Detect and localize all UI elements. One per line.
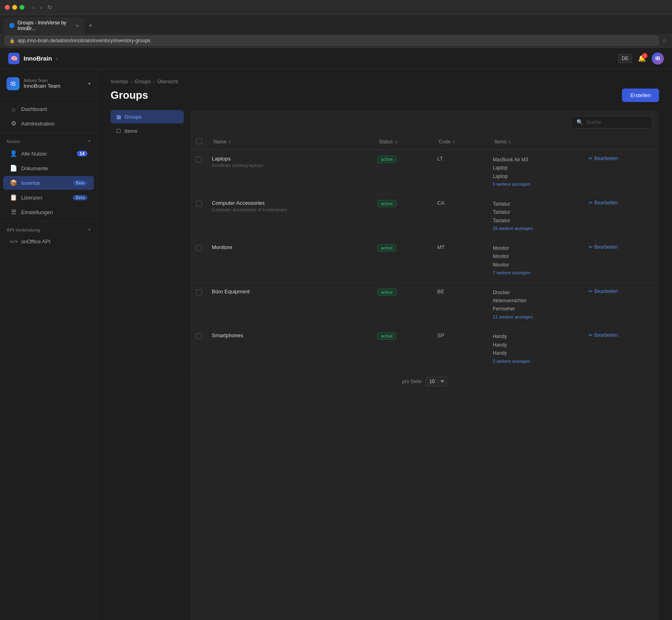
- item-entry: Laptop: [493, 172, 581, 180]
- breadcrumb-groups[interactable]: Groups: [135, 79, 150, 85]
- user-avatar[interactable]: IB: [652, 52, 664, 65]
- row-name-4: Smartphones: [212, 332, 369, 338]
- cell-actions-3: ✏ Bearbeiten: [585, 282, 659, 327]
- new-tab-button[interactable]: +: [86, 22, 95, 29]
- tab-close-button[interactable]: ✕: [76, 24, 79, 28]
- status-badge-2: active: [377, 244, 396, 251]
- edit-button-2[interactable]: ✏ Bearbeiten: [589, 244, 618, 250]
- item-entry: Tastatur: [493, 200, 581, 208]
- cell-name-3: Büro Equipment: [208, 282, 373, 327]
- cell-name-4: Smartphones: [208, 327, 373, 371]
- bookmark-button[interactable]: ☆: [662, 37, 667, 44]
- status-col-label[interactable]: Status ⇅: [379, 139, 427, 145]
- content-columns: ▦ Groups ☐ Items 🔍: [111, 110, 659, 620]
- page-header: Groups Erstellen: [111, 89, 659, 102]
- sidebar-item-dokumente[interactable]: 📄 Dokumente: [3, 161, 94, 175]
- edit-label-4: Bearbeiten: [594, 332, 618, 338]
- top-bar-right: DE 🔔 0 IB: [618, 52, 664, 65]
- item-entry: Laptop: [493, 164, 581, 172]
- item-entry: Fernseher: [493, 305, 581, 313]
- sidebar-item-inventar[interactable]: 📦 Inventar Beta: [3, 176, 94, 190]
- cell-status-2: active: [373, 238, 433, 282]
- items-col-text: Items: [494, 139, 506, 145]
- edit-button-4[interactable]: ✏ Bearbeiten: [589, 332, 618, 338]
- active-tab[interactable]: 🔵 Groups - InnoVerse by InnoBr... ✕: [3, 17, 85, 34]
- row-desc-0: InnoBrain working laptops: [212, 163, 369, 168]
- panel-search-area: 🔍: [190, 110, 659, 134]
- edit-icon-4: ✏: [589, 332, 593, 338]
- edit-button-1[interactable]: ✏ Bearbeiten: [589, 200, 618, 206]
- create-button[interactable]: Erstellen: [622, 89, 659, 102]
- sidebar: IB Aktives Team InnoBrain Team ▾ ⌂ Dashb…: [0, 69, 98, 620]
- edit-icon-1: ✏: [589, 200, 593, 206]
- url-text: app.inno-brain.de/admin/innobrain/invent…: [17, 38, 150, 43]
- code-val-1: CA: [437, 200, 444, 206]
- sidebar-item-dashboard[interactable]: ⌂ Dashboard: [3, 102, 94, 116]
- sidebar-item-lizenzen[interactable]: 📋 Lizenzen Beta: [3, 191, 94, 204]
- items-more-link-1[interactable]: 25 weitere anzeigen: [493, 225, 581, 232]
- fullscreen-traffic-light[interactable]: [20, 5, 24, 10]
- back-button[interactable]: ‹: [31, 3, 36, 11]
- cell-actions-4: ✏ Bearbeiten: [585, 327, 659, 371]
- row-checkbox-2[interactable]: [196, 245, 202, 251]
- left-nav-items[interactable]: ☐ Items: [111, 124, 184, 138]
- items-list-0: MacBook Air M3LaptopLaptop 5 weitere anz…: [493, 156, 581, 188]
- notifications-button[interactable]: 🔔 0: [638, 54, 646, 62]
- row-checkbox-3[interactable]: [196, 289, 202, 295]
- items-list-3: DruckerAktenvernichterFernseher 11 weite…: [493, 288, 581, 321]
- select-all-checkbox[interactable]: [196, 138, 202, 144]
- items-col-label[interactable]: Items ⇅: [494, 139, 579, 145]
- item-entry: Handy: [493, 332, 581, 340]
- language-selector[interactable]: DE: [618, 54, 632, 63]
- sidebar-item-administration[interactable]: ⚙ Administration: [3, 117, 94, 130]
- table-header: Name ⇅ Status ⇅: [190, 134, 659, 150]
- cell-status-4: active: [373, 327, 433, 371]
- sidebar-item-alle-nutzer[interactable]: 👤 Alle Nutzer 14: [3, 147, 94, 160]
- sidebar-item-einstellungen[interactable]: ☰ Einstellungen: [3, 205, 94, 219]
- cell-code-2: MT: [433, 238, 489, 282]
- edit-button-0[interactable]: ✏ Bearbeiten: [589, 156, 618, 161]
- collapse-sidebar-button[interactable]: ‹: [56, 55, 58, 62]
- close-traffic-light[interactable]: [5, 5, 10, 10]
- edit-button-3[interactable]: ✏ Bearbeiten: [589, 288, 618, 294]
- item-entry: MacBook Air M3: [493, 156, 581, 164]
- left-nav-groups[interactable]: ▦ Groups: [111, 110, 184, 124]
- breadcrumb-uebersicht[interactable]: Übersicht: [157, 79, 178, 85]
- logo-area: 🧠 InnoBrain ‹: [8, 53, 58, 64]
- administration-label: Administration: [21, 121, 87, 127]
- refresh-button[interactable]: ↻: [46, 3, 54, 11]
- cell-actions-2: ✏ Bearbeiten: [585, 238, 659, 282]
- search-input[interactable]: [586, 119, 655, 125]
- per-page-select[interactable]: 10 25 50 100: [426, 377, 447, 386]
- sidebar-item-onoffice-api[interactable]: </> onOffice API: [3, 235, 94, 248]
- logo-text: InnoBrain: [24, 55, 52, 62]
- cell-name-1: Computer Accessories Computer accessorie…: [208, 194, 373, 238]
- item-entry: Tastatur: [493, 208, 581, 216]
- items-more-link-4[interactable]: 2 weitere anzeigen: [493, 358, 581, 365]
- items-more-link-2[interactable]: 7 weitere anzeigen: [493, 269, 581, 277]
- cell-actions-0: ✏ Bearbeiten: [585, 150, 659, 194]
- items-more-link-0[interactable]: 5 weitere anzeigen: [493, 180, 581, 188]
- breadcrumb-inventar[interactable]: Inventar: [111, 79, 128, 85]
- minimize-traffic-light[interactable]: [12, 5, 17, 10]
- status-col-text: Status: [379, 139, 393, 145]
- alle-nutzer-icon: 👤: [10, 150, 17, 157]
- row-checkbox-0[interactable]: [196, 156, 202, 163]
- notification-badge: 0: [642, 53, 648, 59]
- inventar-badge: Beta: [73, 180, 87, 186]
- left-nav-panel: ▦ Groups ☐ Items: [111, 110, 184, 620]
- address-bar[interactable]: 🔒 app.inno-brain.de/admin/innobrain/inve…: [5, 36, 659, 46]
- team-selector[interactable]: IB Aktives Team InnoBrain Team ▾: [0, 74, 97, 97]
- cell-status-0: active: [373, 150, 433, 194]
- items-more-link-3[interactable]: 11 weitere anzeigen: [493, 313, 581, 321]
- name-col-label[interactable]: Name ⇅: [213, 139, 368, 145]
- row-name-3: Büro Equipment: [212, 288, 369, 295]
- code-col-label[interactable]: Code ⇅: [439, 139, 483, 145]
- row-checkbox-4[interactable]: [196, 333, 202, 339]
- code-val-3: BE: [437, 288, 444, 295]
- status-sort-icon: ⇅: [394, 140, 398, 144]
- row-checkbox-1[interactable]: [196, 201, 202, 207]
- dokumente-icon: 📄: [10, 165, 17, 172]
- forward-button[interactable]: ›: [39, 3, 44, 11]
- nutzer-section-label: Nutzer ▾: [0, 136, 97, 146]
